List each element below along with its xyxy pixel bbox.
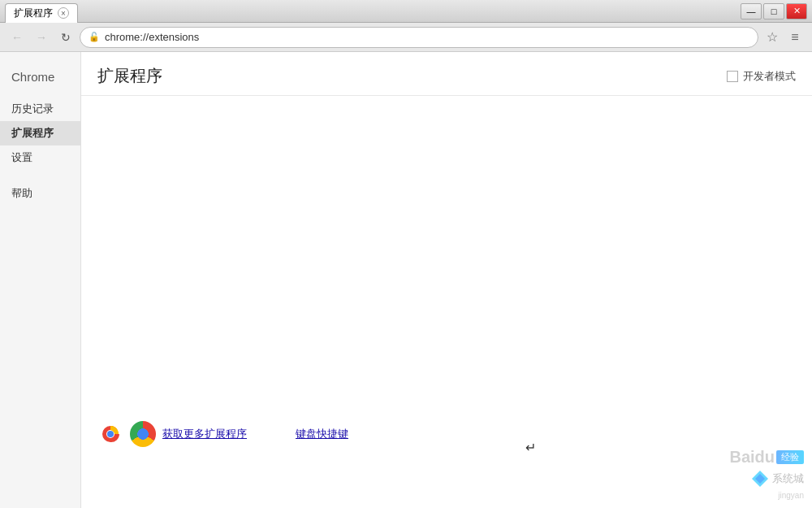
content-body	[81, 96, 812, 258]
close-btn[interactable]: ✕	[786, 3, 807, 20]
dev-mode-area: 开发者模式	[727, 69, 796, 84]
nav-right-icons: ☆ ≡	[762, 27, 806, 48]
svg-marker-2	[752, 471, 768, 487]
main-layout: Chrome 历史记录 扩展程序 设置 帮助 扩展程序 开发者模式	[0, 52, 812, 508]
page-title: 扩展程序	[97, 65, 162, 87]
sidebar-item-help[interactable]: 帮助	[0, 181, 80, 206]
sidebar-brand: Chrome	[0, 65, 80, 97]
keyboard-shortcuts-link[interactable]: 键盘快捷键	[296, 427, 348, 441]
sidebar-item-history[interactable]: 历史记录	[0, 97, 80, 121]
reload-btn[interactable]: ↻	[55, 27, 76, 48]
get-more-extensions: 获取更多扩展程序	[97, 421, 247, 447]
jingyan-sub: jingyan	[778, 491, 804, 500]
chrome-icon	[97, 421, 123, 447]
sidebar: Chrome 历史记录 扩展程序 设置 帮助	[0, 52, 81, 508]
get-more-extensions-link[interactable]: 获取更多扩展程序	[162, 427, 247, 441]
svg-marker-3	[755, 474, 765, 484]
window-controls: — □ ✕	[741, 3, 807, 20]
back-btn[interactable]: ←	[6, 27, 28, 48]
dev-mode-checkbox[interactable]	[727, 71, 738, 82]
star-btn[interactable]: ☆	[762, 27, 783, 48]
nav-bar: ← → ↻ 🔓 chrome://extensions ☆ ≡	[0, 23, 812, 52]
svg-point-1	[107, 431, 114, 437]
tab-label: 扩展程序	[14, 7, 53, 20]
minimize-btn[interactable]: —	[741, 3, 762, 20]
address-lock-icon: 🔓	[89, 32, 100, 42]
chrome-logo-icon	[130, 421, 156, 447]
footer-links: 获取更多扩展程序 键盘快捷键	[81, 405, 812, 463]
browser-tab[interactable]: 扩展程序 ×	[5, 3, 78, 23]
xitong-label: 系统城	[772, 471, 804, 486]
dev-mode-label: 开发者模式	[743, 69, 796, 84]
diamond-icon	[751, 470, 769, 488]
content-area: 扩展程序 开发者模式	[81, 52, 812, 508]
title-bar-left: 扩展程序 ×	[5, 2, 78, 21]
sidebar-item-extensions[interactable]: 扩展程序	[0, 121, 80, 145]
address-text: chrome://extensions	[105, 31, 749, 43]
address-bar[interactable]: 🔓 chrome://extensions	[80, 27, 758, 48]
title-bar: 扩展程序 × — □ ✕	[0, 0, 812, 23]
tab-close-btn[interactable]: ×	[58, 7, 69, 19]
xitong-watermark: 系统城	[751, 470, 804, 488]
sidebar-item-settings[interactable]: 设置	[0, 145, 80, 170]
menu-btn[interactable]: ≡	[784, 27, 806, 48]
maximize-btn[interactable]: □	[763, 3, 784, 20]
sidebar-divider	[0, 170, 80, 181]
forward-btn[interactable]: →	[31, 27, 52, 48]
content-header: 扩展程序 开发者模式	[81, 52, 812, 96]
